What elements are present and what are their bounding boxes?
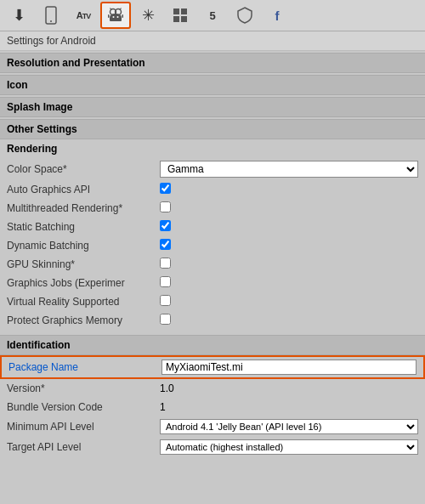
target-api-select[interactable]: Automatic (highest installed)	[160, 439, 418, 455]
auto-graphics-checkbox[interactable]	[160, 183, 171, 194]
multithreaded-checkbox[interactable]	[160, 201, 171, 212]
protect-graphics-row: Protect Graphics Memory	[0, 311, 425, 330]
shield-btn[interactable]	[230, 2, 260, 29]
multithreaded-value	[160, 201, 418, 215]
min-api-value: Android 4.1 'Jelly Bean' (API level 16)	[160, 419, 418, 434]
static-batching-checkbox[interactable]	[160, 220, 171, 231]
dynamic-batching-value	[160, 239, 418, 252]
auto-graphics-value	[160, 183, 418, 196]
svg-rect-12	[173, 16, 179, 22]
graphics-jobs-value	[160, 276, 418, 290]
color-space-select[interactable]: Gamma Linear	[160, 161, 418, 178]
bundle-version-value: 1	[160, 401, 418, 413]
graphics-jobs-label: Graphics Jobs (Experimer	[7, 277, 160, 289]
bundle-version-text: 1	[160, 401, 166, 413]
graphics-jobs-checkbox[interactable]	[160, 276, 171, 287]
package-name-input[interactable]	[162, 360, 416, 375]
appletv-btn[interactable]: ATV	[68, 2, 99, 29]
color-space-value: Gamma Linear	[160, 161, 418, 178]
section-resolution: Resolution and Presentation	[0, 53, 425, 73]
target-api-value: Automatic (highest installed)	[160, 439, 418, 455]
target-api-label: Target API Level	[7, 441, 160, 453]
svg-rect-13	[181, 16, 187, 22]
svg-line-4	[110, 8, 112, 10]
color-space-row: Color Space* Gamma Linear	[0, 158, 425, 180]
version-value: 1.0	[160, 382, 418, 394]
windows-btn[interactable]	[165, 2, 196, 29]
gpu-skinning-checkbox[interactable]	[160, 258, 171, 269]
vr-supported-label: Virtual Reality Supported	[7, 296, 160, 308]
version-label: Version*	[7, 382, 160, 394]
mobile-btn[interactable]	[36, 2, 66, 29]
svg-rect-11	[181, 8, 187, 14]
dynamic-batching-row: Dynamic Batching	[0, 236, 425, 255]
vr-supported-value	[160, 295, 418, 309]
package-name-label: Package Name	[8, 361, 162, 373]
auto-graphics-row: Auto Graphics API	[0, 180, 425, 199]
section-icon: Icon	[0, 75, 425, 95]
android-btn[interactable]	[100, 2, 131, 29]
color-space-label: Color Space*	[7, 163, 160, 175]
static-batching-value	[160, 220, 418, 234]
vr-supported-checkbox[interactable]	[160, 295, 171, 306]
platform-label: Settings for Android	[0, 31, 425, 51]
bundle-version-row: Bundle Version Code 1	[0, 398, 425, 416]
min-api-label: Minimum API Level	[7, 421, 160, 433]
dynamic-batching-checkbox[interactable]	[160, 239, 171, 250]
toolbar: ⬇ ATV ✳ 5 f	[0, 0, 425, 31]
bundle-version-label: Bundle Version Code	[7, 401, 160, 413]
svg-line-5	[120, 8, 122, 10]
graphics-jobs-row: Graphics Jobs (Experimer	[0, 274, 425, 292]
rendering-header: Rendering	[0, 139, 425, 158]
auto-graphics-label: Auto Graphics API	[7, 184, 160, 195]
gpu-skinning-row: GPU Skinning*	[0, 255, 425, 274]
svg-rect-10	[173, 8, 179, 14]
effects-btn[interactable]: ✳	[133, 2, 163, 29]
svg-point-7	[117, 16, 119, 18]
protect-graphics-value	[160, 314, 418, 327]
gpu-skinning-label: GPU Skinning*	[7, 258, 160, 270]
content-area: Resolution and Presentation Icon Splash …	[0, 53, 425, 457]
svg-point-6	[113, 16, 115, 18]
svg-rect-9	[122, 14, 124, 18]
multithreaded-label: Multithreaded Rendering*	[7, 202, 160, 214]
package-name-row: Package Name	[0, 355, 425, 379]
static-batching-label: Static Batching	[7, 221, 160, 233]
version-row: Version* 1.0	[0, 379, 425, 398]
html5-btn[interactable]: 5	[197, 2, 228, 29]
facebook-btn[interactable]: f	[262, 2, 292, 29]
svg-rect-8	[108, 14, 110, 18]
download-btn[interactable]: ⬇	[3, 2, 34, 29]
vr-supported-row: Virtual Reality Supported	[0, 292, 425, 311]
section-identification: Identification	[0, 335, 425, 355]
section-splash: Splash Image	[0, 97, 425, 117]
min-api-row: Minimum API Level Android 4.1 'Jelly Bea…	[0, 416, 425, 437]
min-api-select[interactable]: Android 4.1 'Jelly Bean' (API level 16)	[160, 419, 418, 434]
protect-graphics-checkbox[interactable]	[160, 314, 171, 325]
static-batching-row: Static Batching	[0, 218, 425, 236]
platform-label-text: Settings for Android	[7, 35, 96, 47]
target-api-row: Target API Level Automatic (highest inst…	[0, 437, 425, 457]
version-text: 1.0	[160, 382, 174, 394]
protect-graphics-label: Protect Graphics Memory	[7, 314, 160, 326]
package-name-value	[162, 360, 416, 375]
dynamic-batching-label: Dynamic Batching	[7, 240, 160, 252]
gpu-skinning-value	[160, 258, 418, 271]
multithreaded-row: Multithreaded Rendering*	[0, 199, 425, 218]
section-other: Other Settings	[0, 119, 425, 139]
